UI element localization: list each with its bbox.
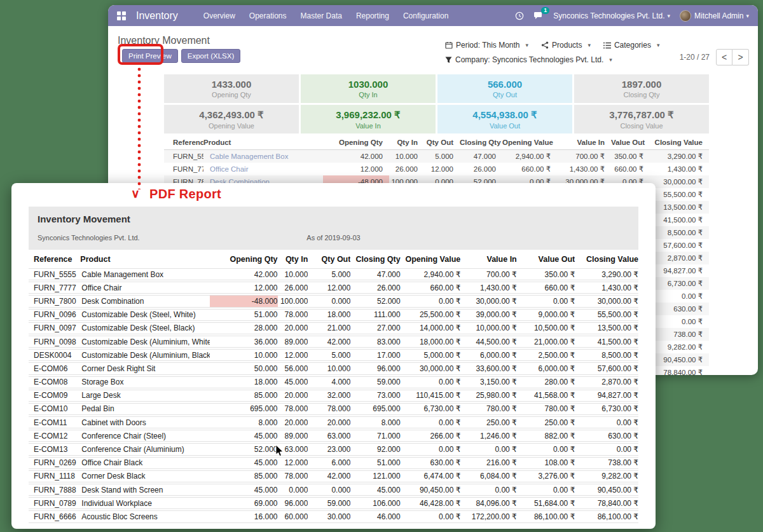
col-header-value-out[interactable]: Value Out xyxy=(611,135,650,150)
company-name: Synconics Technologies Pvt. Ltd. xyxy=(553,11,664,20)
cell-closing-value: 0.00 ₹ xyxy=(650,315,709,328)
pdf-cell-closing-qty: 121.000 xyxy=(350,470,400,482)
pager-next-button[interactable]: > xyxy=(732,49,749,65)
col-header-closing-qty[interactable]: Closing Qty xyxy=(460,135,502,150)
col-header-qty-in[interactable]: Qty In xyxy=(389,135,424,150)
card-value-in[interactable]: 3,969,232.00 ₹ Value In xyxy=(301,105,436,133)
company-switcher[interactable]: Synconics Technologies Pvt. Ltd. ▾ xyxy=(553,11,670,20)
cell-closing-qty: 47.000 xyxy=(460,150,502,163)
nav-item-reporting[interactable]: Reporting xyxy=(356,11,389,20)
pager-previous-button[interactable]: < xyxy=(716,49,732,65)
pdf-cell-value-in: 33,600.00 ₹ xyxy=(460,362,516,374)
pdf-cell-closing-qty: 52.000 xyxy=(350,295,400,307)
messages-icon[interactable]: 1 xyxy=(533,11,544,20)
pdf-cell-value-out: 280.00 ₹ xyxy=(517,376,575,388)
pdf-cell-closing-value: 0.00 ₹ xyxy=(575,443,638,455)
cell-closing-value: 78,840.00 ₹ xyxy=(650,366,709,375)
pdf-cell-value-out: 21,000.00 ₹ xyxy=(517,336,575,348)
pdf-cell-opening-qty: 42.000 xyxy=(210,268,278,280)
cell-qty-out: 12.000 xyxy=(424,163,460,175)
pdf-cell-closing-value: 738.00 ₹ xyxy=(575,457,638,469)
pdf-cell-closing-qty: 27.000 xyxy=(350,322,400,334)
cell-qty-out: 5.000 xyxy=(424,150,460,163)
pdf-cell-opening-qty: 8.000 xyxy=(210,416,278,428)
activities-clock-icon[interactable] xyxy=(515,11,524,20)
pdf-cell-closing-value: 57,600.00 ₹ xyxy=(575,362,638,374)
cell-closing-value: 94,827.00 ₹ xyxy=(650,264,709,277)
cell-closing-value: 9,282.00 ₹ xyxy=(650,341,709,353)
cell-closing-value: 13,500.00 ₹ xyxy=(650,201,709,214)
cell-closing-value: 41,500.00 ₹ xyxy=(650,214,709,226)
top-navbar: Inventory Overview Operations Master Dat… xyxy=(108,5,758,26)
pdf-cell-closing-value: 1,430.00 ₹ xyxy=(575,282,638,294)
col-header-qty-out[interactable]: Qty Out xyxy=(424,135,460,150)
pdf-cell-closing-qty: 83.000 xyxy=(350,336,400,348)
col-header-closing-value[interactable]: Closing Value xyxy=(650,135,709,150)
col-header-reference[interactable]: Reference xyxy=(164,135,203,150)
cell-value-in: 700.00 ₹ xyxy=(557,150,611,163)
pdf-cell-qty-in: 20.000 xyxy=(278,390,308,402)
pdf-cell-qty-out: 23.000 xyxy=(308,443,350,455)
card-opening-value[interactable]: 4,362,493.00 ₹ Opening Value xyxy=(164,105,299,133)
cell-product-link[interactable]: Cable Management Box xyxy=(203,150,323,163)
chevron-down-icon: ▾ xyxy=(668,13,671,19)
card-value-out[interactable]: 4,554,938.00 ₹ Value Out xyxy=(437,105,572,133)
pdf-cell-reference: FURN_7777 xyxy=(29,282,80,294)
pdf-cell-value-in: 30,000.00 ₹ xyxy=(460,295,516,307)
nav-item-configuration[interactable]: Configuration xyxy=(403,11,448,20)
pdf-cell-opening-qty: 28.000 xyxy=(210,322,278,334)
company-filter[interactable]: Company: Synconics Technologies Pvt. Ltd… xyxy=(445,55,612,64)
pdf-cell-reference: FURN_0789 xyxy=(29,497,80,509)
chevron-down-icon: ▾ xyxy=(526,42,529,48)
list-row[interactable]: FURN_7777 Office Chair 12.000 26.000 12.… xyxy=(164,163,709,175)
nav-item-operations[interactable]: Operations xyxy=(249,11,287,20)
pdf-cell-value-in: 39,000.00 ₹ xyxy=(460,309,516,321)
categories-filter[interactable]: Categories ▾ xyxy=(603,41,660,50)
pdf-cell-opening-qty: 695.000 xyxy=(210,403,278,415)
col-header-value-in[interactable]: Value In xyxy=(557,135,611,150)
pdf-cell-opening-value: 5,000.00 ₹ xyxy=(401,349,461,361)
pdf-cell-opening-qty: 36.000 xyxy=(210,336,278,348)
card-opening-qty[interactable]: 1433.000 Opening Qty xyxy=(164,74,299,103)
card-qty-in[interactable]: 1030.000 Qty In xyxy=(301,74,436,103)
pdf-cell-closing-value: 30,000.00 ₹ xyxy=(575,295,638,307)
pdf-cell-opening-qty: 45.000 xyxy=(210,430,278,442)
pdf-cell-product: Conference Chair (Steel) xyxy=(80,430,209,442)
cell-closing-value: 8,500.00 ₹ xyxy=(650,226,709,239)
pdf-cell-product: Storage Box xyxy=(80,376,209,388)
cell-product-link[interactable]: Office Chair xyxy=(203,163,323,175)
chevron-down-icon: ▾ xyxy=(657,42,660,48)
nav-item-overview[interactable]: Overview xyxy=(203,11,235,20)
products-filter[interactable]: Products ▾ xyxy=(541,41,591,50)
col-header-opening-value[interactable]: Opening Value xyxy=(502,135,557,150)
col-header-product[interactable]: Product xyxy=(203,135,323,150)
pdf-col-product: Product xyxy=(80,252,209,267)
pdf-cell-value-out: 0.00 ₹ xyxy=(517,443,575,455)
pdf-cell-opening-value: 6,730.00 ₹ xyxy=(401,403,461,415)
nav-item-master-data[interactable]: Master Data xyxy=(301,11,342,20)
pdf-row: FURN_6666 Acoustic Bloc Screens 16.000 6… xyxy=(29,510,638,522)
pager-range: 1-20 / 27 xyxy=(680,53,710,62)
pdf-cell-qty-out: 78.000 xyxy=(308,403,350,415)
list-row[interactable]: FURN_5555 Cable Management Box 42.000 10… xyxy=(164,150,709,163)
pdf-row: E-COM10 Pedal Bin 695.000 78.000 78.000 … xyxy=(29,403,638,415)
col-header-opening-qty[interactable]: Opening Qty xyxy=(323,135,389,150)
pdf-cell-qty-out: 12.000 xyxy=(308,282,350,294)
pdf-cell-qty-in: 56.000 xyxy=(278,362,308,374)
card-closing-value[interactable]: 3,776,787.00 ₹ Closing Value xyxy=(574,105,709,133)
pdf-cell-opening-value: 2,940.00 ₹ xyxy=(401,268,461,280)
card-closing-qty[interactable]: 1897.000 Closing Qty xyxy=(574,74,709,103)
pdf-cell-opening-qty: 18.000 xyxy=(210,376,278,388)
pdf-cell-closing-value: 41,500.00 ₹ xyxy=(575,336,638,348)
apps-grid-icon[interactable] xyxy=(117,11,126,20)
card-qty-out[interactable]: 566.000 Qty Out xyxy=(437,74,572,103)
pdf-cell-product: Desk Combination xyxy=(80,295,209,307)
pdf-cell-qty-out: 63.000 xyxy=(308,430,350,442)
pdf-row: E-COM08 Storage Box 18.000 45.000 4.000 … xyxy=(29,376,638,388)
export-xlsx-button[interactable]: Export (XLSX) xyxy=(181,49,241,63)
pdf-cell-opening-value: 90,450.00 ₹ xyxy=(401,484,461,496)
cell-closing-value: 1,430.00 ₹ xyxy=(650,163,709,175)
period-filter[interactable]: Period: This Month ▾ xyxy=(445,41,528,50)
user-menu[interactable]: Mitchell Admin ▾ xyxy=(680,10,749,22)
summary-value-row: 4,362,493.00 ₹ Opening Value 3,969,232.0… xyxy=(164,105,709,133)
